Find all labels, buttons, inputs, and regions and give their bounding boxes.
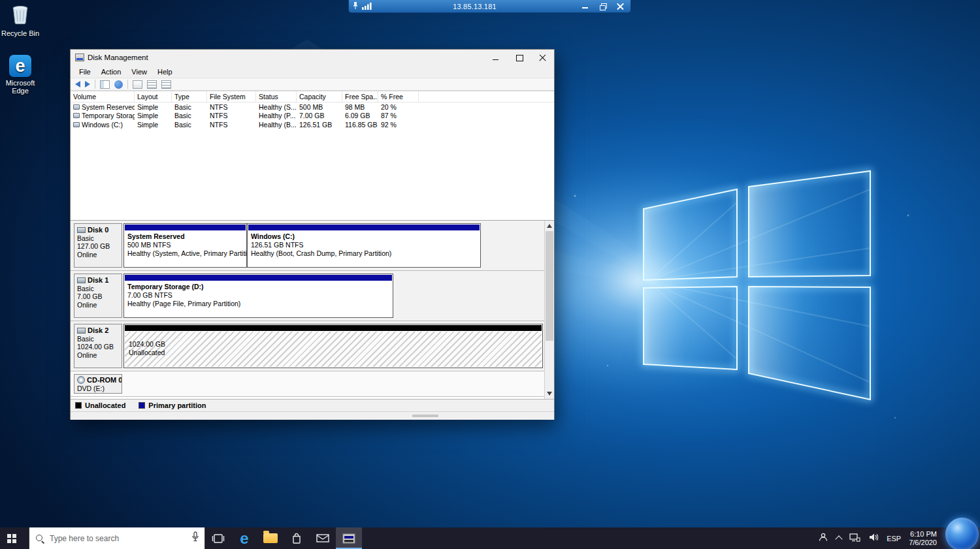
action-pane-icon[interactable] (133, 80, 142, 89)
taskbar-file-explorer-button[interactable] (257, 527, 284, 549)
column-header-filesystem[interactable]: File System (207, 91, 256, 102)
scroll-up-button[interactable] (545, 221, 554, 230)
unallocated-region[interactable]: 1024.00 GB Unallocated (123, 324, 543, 368)
microphone-icon[interactable] (191, 531, 199, 545)
cdrom-label-panel[interactable]: CD-ROM 0 DVD (E:) (74, 374, 122, 394)
column-header-status[interactable]: Status (256, 91, 297, 102)
properties-icon[interactable] (147, 80, 157, 89)
menu-action[interactable]: Action (96, 67, 127, 77)
rdp-close-button[interactable] (613, 0, 627, 12)
column-header-percent-free[interactable]: % Free (378, 91, 419, 102)
volume-row-system-reserved[interactable]: System Reserved Simple Basic NTFS Health… (71, 102, 554, 112)
rdp-connection-bar: 13.85.13.181 (348, 0, 631, 13)
partition-windows-c[interactable]: Windows (C:) 126.51 GB NTFS Healthy (Boo… (247, 223, 481, 268)
toolbar-separator (127, 80, 128, 89)
vertical-scrollbar[interactable] (544, 221, 554, 399)
volume-row-temporary-storage[interactable]: Temporary Storag... Simple Basic NTFS He… (71, 112, 554, 121)
partition-system-reserved[interactable]: System Reserved 500 MB NTFS Healthy (Sys… (123, 223, 247, 268)
desktop-icon-microsoft-edge[interactable]: e Microsoft Edge (0, 55, 41, 95)
disk-row-1: Disk 1 Basic 7.00 GB Online Temporary St… (71, 271, 554, 321)
graphical-view: Disk 0 Basic 127.00 GB Online System Res… (71, 220, 554, 399)
unallocated-swatch (75, 402, 82, 409)
rdp-restore-button[interactable] (595, 0, 610, 12)
column-header-type[interactable]: Type (172, 91, 207, 102)
partition-color-strip (125, 225, 246, 230)
legend-bar: Unallocated Primary partition (71, 399, 554, 411)
back-icon[interactable] (75, 81, 80, 87)
mail-icon (316, 533, 329, 543)
recycle-bin-icon (8, 3, 32, 27)
folder-icon (263, 533, 278, 543)
minimize-button[interactable] (483, 50, 507, 65)
window-bottom-strip (71, 411, 554, 420)
tray-overflow-chevron-icon[interactable] (835, 535, 842, 542)
partition-color-strip (125, 275, 392, 281)
disk-2-label-panel[interactable]: Disk 2 Basic 1024.00 GB Online (74, 324, 122, 368)
assistant-circle[interactable] (945, 518, 979, 549)
desktop-icon-label: Microsoft Edge (0, 79, 41, 95)
disk-management-icon (342, 533, 355, 544)
clock[interactable]: 6:10 PM 7/6/2020 (909, 530, 937, 546)
taskbar-store-button[interactable] (284, 527, 310, 549)
volume-speaker-icon[interactable] (868, 533, 879, 544)
pin-icon[interactable] (352, 1, 359, 12)
search-input[interactable] (50, 534, 187, 543)
search-box[interactable] (29, 527, 205, 549)
disk-0-label-panel[interactable]: Disk 0 Basic 127.00 GB Online (74, 223, 122, 268)
signal-strength-icon (362, 1, 372, 12)
desktop-icon-recycle-bin[interactable]: Recycle Bin (0, 3, 41, 37)
cdrom-row: CD-ROM 0 DVD (E:) (71, 371, 554, 397)
people-icon[interactable] (818, 532, 828, 545)
column-header-layout[interactable]: Layout (135, 91, 172, 102)
taskbar-disk-management-button[interactable] (336, 527, 362, 549)
partition-temporary-storage-d[interactable]: Temporary Storage (D:) 7.00 GB NTFS Heal… (123, 274, 393, 318)
start-button[interactable] (0, 527, 29, 549)
disk-icon (77, 227, 86, 233)
help-icon[interactable] (114, 80, 123, 89)
column-header-freespace[interactable]: Free Spa... (342, 91, 378, 102)
forward-icon[interactable] (85, 81, 90, 87)
menu-file[interactable]: File (74, 67, 96, 77)
console-tree-icon[interactable] (100, 80, 110, 89)
volume-icon (73, 122, 80, 127)
disk-icon (77, 277, 86, 283)
volume-list: Volume Layout Type File System Status Ca… (71, 91, 554, 220)
disk-row-0: Disk 0 Basic 127.00 GB Online System Res… (71, 221, 554, 271)
windows-logo-icon (7, 534, 11, 538)
language-indicator[interactable]: ESP (887, 535, 901, 542)
scroll-down-button[interactable] (545, 389, 554, 399)
unallocated-hatch: 1024.00 GB Unallocated (125, 332, 542, 367)
list-view-icon[interactable] (161, 80, 171, 89)
store-bag-icon (291, 532, 302, 544)
disk-1-label-panel[interactable]: Disk 1 Basic 7.00 GB Online (74, 274, 122, 318)
volume-icon (73, 104, 80, 110)
window-titlebar[interactable]: Disk Management (71, 50, 554, 65)
column-header-capacity[interactable]: Capacity (297, 91, 342, 102)
tray-time: 6:10 PM (909, 530, 937, 539)
disk-icon (77, 328, 86, 334)
task-view-button[interactable] (205, 527, 231, 549)
primary-partition-swatch (139, 402, 145, 409)
menu-view[interactable]: View (126, 67, 152, 77)
toolbar-separator (95, 80, 95, 89)
legend-unallocated: Unallocated (75, 401, 125, 409)
close-button[interactable] (531, 50, 554, 65)
scrollbar-thumb[interactable] (546, 231, 553, 341)
network-icon[interactable] (849, 533, 860, 544)
column-header-volume[interactable]: Volume (71, 91, 135, 102)
disk-management-window: Disk Management File Action View Help Vo… (70, 49, 555, 420)
maximize-button[interactable] (507, 50, 531, 65)
taskbar-edge-button[interactable]: e (231, 527, 257, 549)
edge-icon: e (240, 531, 248, 546)
taskbar: e ESP 6:10 PM 7/6/2020 (0, 527, 980, 549)
desktop-icon-label: Recycle Bin (1, 29, 39, 37)
taskbar-mail-button[interactable] (310, 527, 336, 549)
legend-primary-partition: Primary partition (139, 401, 206, 409)
window-title: Disk Management (88, 54, 148, 61)
volume-list-header: Volume Layout Type File System Status Ca… (71, 91, 554, 102)
volume-row-windows-c[interactable]: Windows (C:) Simple Basic NTFS Healthy (… (71, 120, 554, 129)
rdp-minimize-button[interactable] (578, 0, 592, 12)
splitter-handle[interactable] (412, 415, 438, 417)
tray-date: 7/6/2020 (909, 539, 937, 547)
menu-help[interactable]: Help (152, 67, 178, 77)
